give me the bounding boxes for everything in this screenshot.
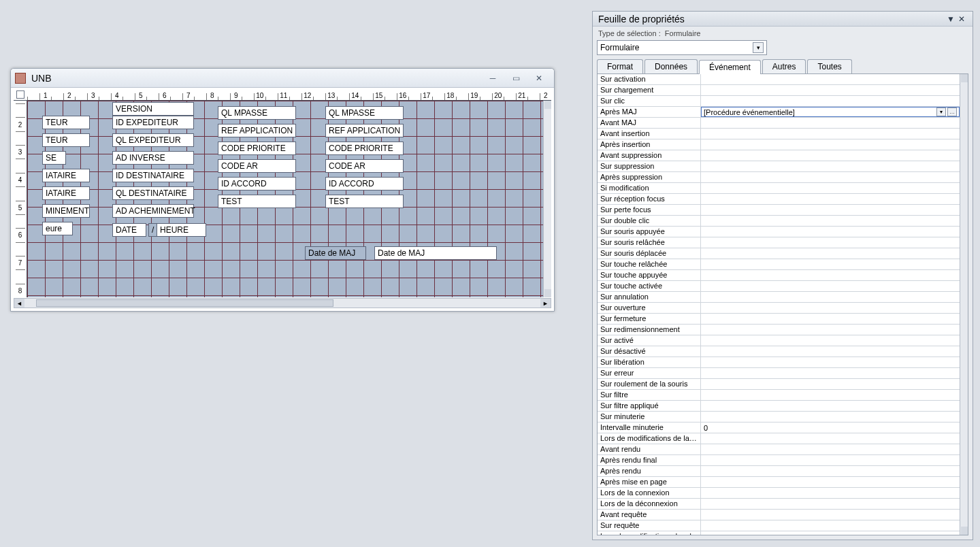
property-row[interactable]: Sur minuterie: [598, 412, 960, 422]
property-row[interactable]: Avant rendu: [598, 444, 960, 455]
property-row[interactable]: Sur touche relâchée: [598, 259, 960, 270]
property-row[interactable]: Sur clic: [598, 96, 960, 107]
property-row[interactable]: Sur roulement de la souris: [598, 379, 960, 390]
property-row[interactable]: Après rendu final: [598, 455, 960, 466]
close-icon[interactable]: ✕: [532, 74, 546, 82]
dropdown-icon[interactable]: ▾: [936, 107, 946, 116]
scroll-left-icon[interactable]: ◄: [14, 299, 24, 308]
builder-icon[interactable]: …: [947, 107, 957, 116]
property-row[interactable]: Sur touche activée: [598, 281, 960, 292]
property-row[interactable]: Sur requête: [598, 520, 960, 531]
form-textbox[interactable]: QL DESTINATAIRE: [112, 186, 194, 200]
form-textbox[interactable]: CODE AR: [325, 159, 404, 173]
form-textbox[interactable]: CODE AR: [218, 159, 296, 173]
form-textbox[interactable]: TEUR: [42, 116, 90, 129]
property-row[interactable]: Sur activé: [598, 335, 960, 346]
form-textbox[interactable]: REF APPLICATION: [325, 124, 404, 137]
form-vertical-scrollbar[interactable]: [543, 101, 551, 297]
minimize-icon[interactable]: ─: [486, 74, 500, 82]
form-textbox[interactable]: QL EXPEDITEUR: [112, 133, 194, 147]
property-row[interactable]: Lors de modifications de la sé: [598, 433, 960, 444]
property-row[interactable]: Sur souris déplacée: [598, 248, 960, 259]
property-row[interactable]: Après rendu: [598, 466, 960, 477]
form-textbox[interactable]: ID ACCORD: [325, 177, 404, 190]
property-value[interactable]: 0: [704, 424, 957, 432]
form-textbox[interactable]: TEUR: [42, 133, 90, 147]
form-horizontal-scrollbar[interactable]: ◄ ►: [14, 298, 551, 308]
form-textbox[interactable]: TEST: [218, 195, 296, 208]
property-row[interactable]: Après MAJ[Procédure événementielle]▾…: [598, 107, 960, 118]
form-textbox[interactable]: VERSION: [112, 102, 194, 116]
form-textbox[interactable]: ID ACCORD: [218, 177, 296, 190]
property-row[interactable]: Si modification: [598, 183, 960, 194]
form-textbox[interactable]: SE: [42, 151, 66, 165]
form-textbox[interactable]: ID EXPEDITEUR: [112, 116, 194, 129]
chevron-down-icon[interactable]: ▾: [753, 42, 764, 53]
close-icon[interactable]: ✕: [956, 14, 967, 24]
property-row[interactable]: Sur perte focus: [598, 205, 960, 216]
form-textbox[interactable]: CODE PRIORITE: [325, 142, 404, 155]
object-selector-combo[interactable]: Formulaire ▾: [597, 40, 767, 55]
property-row[interactable]: Sur souris relâchée: [598, 237, 960, 248]
property-row[interactable]: Sur libération: [598, 357, 960, 368]
property-value[interactable]: [Procédure événementielle]: [704, 108, 935, 116]
form-textbox[interactable]: MINEMENT: [42, 204, 90, 218]
property-row[interactable]: Lors de la déconnexion: [598, 499, 960, 510]
property-row[interactable]: Avant insertion: [598, 129, 960, 139]
property-row[interactable]: Avant requête: [598, 510, 960, 520]
form-textbox[interactable]: QL MPASSE: [218, 106, 296, 120]
form-label[interactable]: Date de MAJ: [305, 246, 366, 260]
property-row[interactable]: Après mise en page: [598, 477, 960, 488]
property-row[interactable]: Lors de modifications des do: [598, 531, 960, 535]
form-textbox[interactable]: Date de MAJ: [374, 246, 497, 260]
tab-format[interactable]: Format: [597, 59, 643, 73]
restore-icon[interactable]: ▭: [509, 74, 523, 82]
property-row[interactable]: Sur filtre appliqué: [598, 401, 960, 412]
scroll-right-icon[interactable]: ►: [540, 299, 551, 308]
property-row[interactable]: Après suppression: [598, 172, 960, 183]
property-row[interactable]: Sur ouverture: [598, 303, 960, 314]
form-textbox[interactable]: IATAIRE: [42, 186, 90, 200]
property-row[interactable]: Avant suppression: [598, 150, 960, 161]
property-row[interactable]: Après insertion: [598, 139, 960, 150]
tab-autres[interactable]: Autres: [762, 59, 806, 73]
form-textbox[interactable]: AD INVERSE: [112, 151, 194, 165]
hscroll-thumb[interactable]: [36, 299, 333, 307]
vertical-ruler[interactable]: 2345678: [14, 101, 27, 297]
collapse-icon[interactable]: ▼: [945, 14, 956, 24]
property-row[interactable]: Sur fermeture: [598, 314, 960, 325]
property-row[interactable]: Sur erreur: [598, 368, 960, 379]
property-row[interactable]: Lors de la connexion: [598, 488, 960, 499]
tab-toutes[interactable]: Toutes: [807, 59, 851, 73]
form-textbox[interactable]: REF APPLICATION: [218, 124, 296, 137]
tab-données[interactable]: Données: [644, 59, 698, 73]
property-row[interactable]: Sur annulation: [598, 292, 960, 303]
property-row[interactable]: Sur suppression: [598, 161, 960, 172]
property-row[interactable]: Sur redimensionnement: [598, 325, 960, 335]
form-textbox[interactable]: ID DESTINATAIRE: [112, 169, 194, 182]
property-row[interactable]: Avant MAJ: [598, 118, 960, 129]
property-row[interactable]: Sur chargement: [598, 85, 960, 96]
tab-événement[interactable]: Événement: [699, 60, 761, 74]
form-textbox[interactable]: CODE PRIORITE: [218, 142, 296, 155]
property-row[interactable]: Sur activation: [598, 74, 960, 85]
form-textbox[interactable]: AD ACHEMINEMENT: [112, 204, 194, 218]
property-row[interactable]: Sur réception focus: [598, 194, 960, 205]
form-textbox[interactable]: DATE: [112, 223, 146, 237]
form-textbox[interactable]: IATAIRE: [42, 169, 90, 182]
property-row[interactable]: Sur touche appuyée: [598, 270, 960, 281]
property-row[interactable]: Sur désactivé: [598, 346, 960, 357]
property-row[interactable]: Sur filtre: [598, 390, 960, 401]
propsheet-titlebar[interactable]: Feuille de propriétés ▼ ✕: [593, 12, 973, 27]
ruler-origin[interactable]: [16, 90, 24, 99]
property-row[interactable]: Sur double clic: [598, 216, 960, 227]
form-textbox[interactable]: HEURE: [157, 223, 206, 237]
form-titlebar[interactable]: UNB ─ ▭ ✕: [11, 69, 554, 88]
form-textbox[interactable]: QL MPASSE: [325, 106, 404, 120]
form-textbox[interactable]: eure: [42, 222, 73, 235]
form-textbox[interactable]: TEST: [325, 195, 404, 208]
horizontal-ruler[interactable]: 1234567891011121314151617181920212: [14, 89, 551, 101]
design-surface[interactable]: VERSIONTEURTEURSEIATAIREIATAIREMINEMENTe…: [27, 101, 543, 297]
propsheet-scrollbar[interactable]: [960, 74, 968, 535]
property-row[interactable]: Sur souris appuyée: [598, 227, 960, 237]
